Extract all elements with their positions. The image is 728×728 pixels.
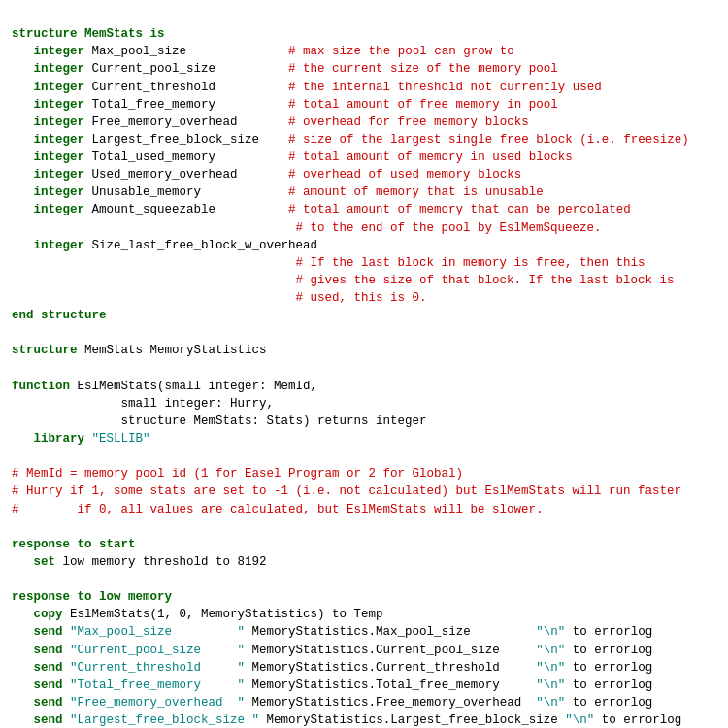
code-display: structure MemStats is integer Max_pool_s… (12, 8, 716, 728)
